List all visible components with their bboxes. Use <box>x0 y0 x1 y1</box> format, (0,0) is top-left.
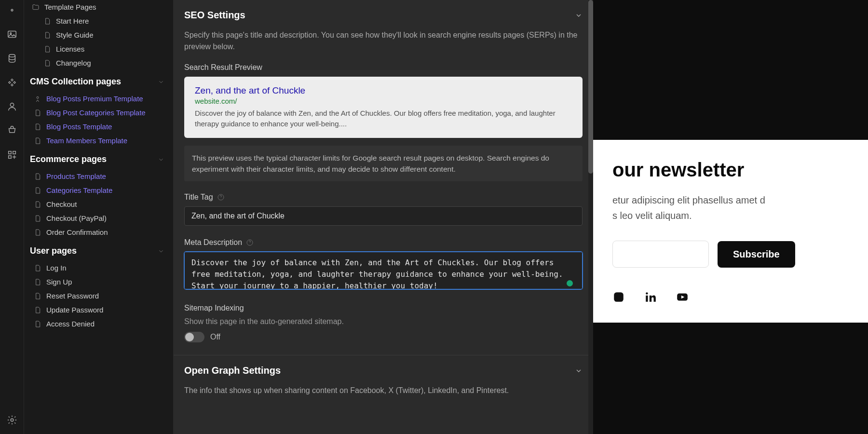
page-label: Blog Posts Premium Template <box>46 95 143 103</box>
icon-rail <box>0 0 24 434</box>
ecom-item-categories[interactable]: Categories Template <box>24 183 173 197</box>
section-title: Open Graph Settings <box>184 365 281 376</box>
cms-item-blog-posts-premium[interactable]: Blog Posts Premium Template <box>24 92 173 106</box>
sitemap-toggle[interactable] <box>184 332 204 342</box>
svg-rect-15 <box>646 296 648 302</box>
svg-rect-7 <box>8 156 11 159</box>
preview-content: our newsletter etur adipiscing elit phas… <box>593 140 868 323</box>
svg-point-8 <box>11 419 14 421</box>
seo-settings-header[interactable]: SEO Settings <box>184 10 583 21</box>
left-panel: Template Pages Start Here Style Guide Li… <box>24 0 174 434</box>
svg-point-14 <box>621 294 623 295</box>
newsletter-text: etur adipiscing elit phasellus amet d s … <box>612 192 849 223</box>
label-text: Title Tag <box>184 193 213 202</box>
seo-description: Specify this page's title and descriptio… <box>184 29 583 53</box>
page-label: Blog Posts Template <box>46 122 112 131</box>
cart-icon[interactable] <box>7 125 17 136</box>
database-icon[interactable] <box>7 53 17 64</box>
chevron-down-icon <box>575 367 583 375</box>
chevron-down-icon <box>158 156 164 163</box>
section-cms-pages[interactable]: CMS Collection pages <box>24 70 173 92</box>
user-item-reset-pw[interactable]: Reset Password <box>24 289 173 303</box>
svg-point-9 <box>37 96 39 98</box>
page-start-here[interactable]: Start Here <box>24 14 173 28</box>
serp-title: Zen, and the art of Chuckle <box>195 85 572 96</box>
page-label: Categories Template <box>46 186 112 194</box>
page-icon <box>34 137 41 145</box>
page-icon <box>43 31 51 39</box>
page-label: Log In <box>46 264 67 272</box>
help-icon[interactable] <box>217 193 225 201</box>
serp-preview: Zen, and the art of Chuckle website.com/… <box>184 77 583 138</box>
preview-panel: our newsletter etur adipiscing elit phas… <box>593 0 868 434</box>
help-icon[interactable] <box>246 239 254 246</box>
folder-icon <box>32 3 40 11</box>
og-description: The info that shows up when sharing cont… <box>184 385 583 396</box>
svg-rect-6 <box>13 151 15 154</box>
section-label: User pages <box>30 246 77 256</box>
section-user-pages[interactable]: User pages <box>24 239 173 261</box>
serp-description: Discover the joy of balance with Zen, an… <box>195 108 572 129</box>
ecom-item-products[interactable]: Products Template <box>24 169 173 183</box>
page-icon <box>34 306 41 314</box>
page-label: Start Here <box>56 17 89 25</box>
title-tag-label: Title Tag <box>184 193 583 202</box>
page-label: Blog Post Categories Template <box>46 108 146 117</box>
svg-point-16 <box>646 292 648 294</box>
page-icon <box>34 215 41 222</box>
ecom-item-checkout-paypal[interactable]: Checkout (PayPal) <box>24 211 173 225</box>
page-style-guide[interactable]: Style Guide <box>24 28 173 42</box>
svg-point-3 <box>9 54 15 57</box>
ecom-item-checkout[interactable]: Checkout <box>24 197 173 211</box>
paint-icon[interactable] <box>7 5 17 15</box>
page-label: Checkout <box>46 200 77 208</box>
og-settings-header[interactable]: Open Graph Settings <box>184 365 583 376</box>
components-icon[interactable] <box>7 77 17 88</box>
title-tag-input[interactable] <box>184 206 583 226</box>
linkedin-icon[interactable] <box>644 291 657 303</box>
chevron-down-icon <box>575 12 583 19</box>
page-icon <box>34 173 41 180</box>
page-icon <box>34 201 41 208</box>
meta-desc-textarea[interactable] <box>184 252 583 289</box>
cms-item-blog-categories[interactable]: Blog Post Categories Template <box>24 106 173 120</box>
serp-url: website.com/ <box>195 97 572 105</box>
user-item-access-denied[interactable]: Access Denied <box>24 317 173 331</box>
subscribe-button[interactable]: Subscribe <box>718 241 795 268</box>
chevron-down-icon <box>158 79 164 85</box>
svg-rect-5 <box>8 151 11 154</box>
user-item-login[interactable]: Log In <box>24 261 173 275</box>
folder-template-pages[interactable]: Template Pages <box>24 0 173 14</box>
scrollbar-thumb[interactable] <box>588 0 593 174</box>
section-title: SEO Settings <box>184 10 245 21</box>
user-item-signup[interactable]: Sign Up <box>24 275 173 289</box>
youtube-icon[interactable] <box>676 291 689 303</box>
email-input[interactable] <box>612 241 709 268</box>
chevron-down-icon <box>158 248 164 255</box>
settings-icon[interactable] <box>7 415 17 425</box>
instagram-icon[interactable] <box>612 291 625 303</box>
page-icon <box>34 109 41 117</box>
apps-icon[interactable] <box>7 149 17 160</box>
image-icon[interactable] <box>7 29 17 40</box>
page-label: Checkout (PayPal) <box>46 214 107 222</box>
svg-point-4 <box>10 103 14 107</box>
cms-item-team-members[interactable]: Team Members Template <box>24 134 173 148</box>
divider <box>174 355 593 355</box>
page-changelog[interactable]: Changelog <box>24 56 173 70</box>
settings-panel: SEO Settings Specify this page's title a… <box>174 0 593 434</box>
page-licenses[interactable]: Licenses <box>24 42 173 56</box>
user-item-update-pw[interactable]: Update Password <box>24 303 173 317</box>
page-icon <box>43 59 51 67</box>
section-label: Ecommerce pages <box>30 154 107 164</box>
user-icon[interactable] <box>7 101 17 112</box>
section-ecom-pages[interactable]: Ecommerce pages <box>24 148 173 169</box>
preview-info-box: This preview uses the typical character … <box>184 146 583 182</box>
page-icon <box>34 292 41 300</box>
page-icon <box>34 229 41 236</box>
cms-item-blog-posts[interactable]: Blog Posts Template <box>24 120 173 134</box>
search-preview-label: Search Result Preview <box>184 63 583 72</box>
page-label: Team Members Template <box>46 136 127 145</box>
folder-label: Template Pages <box>44 3 96 11</box>
ecom-item-order-confirm[interactable]: Order Confirmation <box>24 225 173 239</box>
